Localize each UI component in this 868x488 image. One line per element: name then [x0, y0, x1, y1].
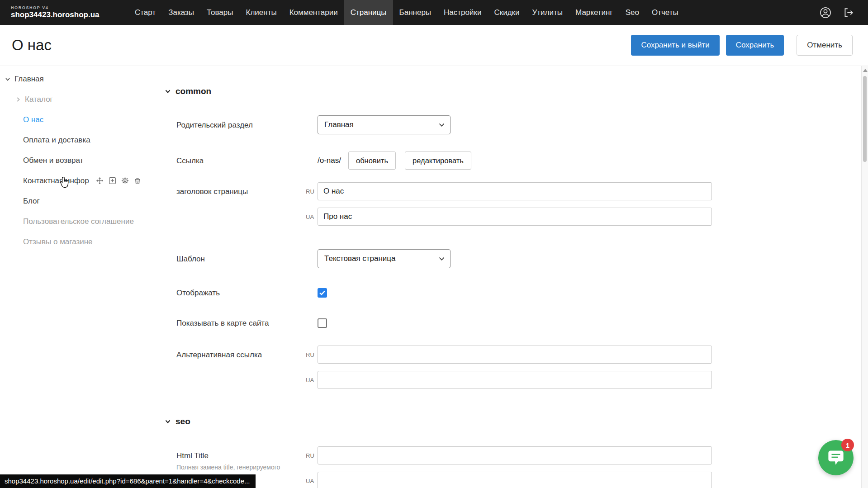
- menu-clients[interactable]: Клиенты: [240, 0, 283, 25]
- select-value: Главная: [324, 120, 354, 129]
- lang-tag-ru: RU: [302, 188, 318, 195]
- menu-orders[interactable]: Заказы: [162, 0, 200, 25]
- tree-item-label: Пользовательское соглашение: [23, 217, 134, 226]
- parent-section-select[interactable]: Главная: [318, 115, 451, 134]
- field-label-parent: Родительский раздел: [176, 120, 302, 130]
- logout-icon[interactable]: [843, 7, 854, 19]
- tree-item-label: О нас: [23, 115, 43, 124]
- tree-item-blog[interactable]: Блог: [0, 191, 159, 211]
- alt-link-ru-input[interactable]: [318, 346, 712, 364]
- chat-widget-button[interactable]: 1: [818, 440, 854, 475]
- tree-item-label: Главная: [14, 75, 44, 84]
- tree-item-label: Контактная инфор: [23, 176, 89, 185]
- vertical-scrollbar[interactable]: [861, 66, 868, 488]
- header-actions: Сохранить и выйти Сохранить Отменить: [631, 35, 868, 56]
- pages-tree: Главная Каталог О нас Оплата и доставка …: [0, 66, 159, 488]
- section-common[interactable]: common: [165, 86, 868, 96]
- settings-gear-icon[interactable]: [121, 176, 129, 185]
- page-edit-form: common Родительский раздел Главная Ссылк…: [159, 66, 868, 488]
- account-icon[interactable]: [819, 6, 832, 19]
- template-select[interactable]: Текстовая страница: [318, 249, 451, 268]
- link-value: /o-nas/: [318, 156, 341, 165]
- tree-item-store-reviews[interactable]: Отзывы о магазине: [0, 232, 159, 252]
- scrollbar-up-arrow[interactable]: [863, 69, 868, 72]
- tree-item-label: Каталог: [25, 95, 53, 104]
- alt-link-ua-input[interactable]: [318, 371, 712, 389]
- row-template: Шаблон Текстовая страница: [176, 249, 868, 268]
- tree-item-label: Отзывы о магазине: [23, 237, 93, 246]
- menu-comments[interactable]: Комментарии: [283, 0, 344, 25]
- chevron-down-icon[interactable]: [5, 76, 11, 82]
- menu-reports[interactable]: Отчеты: [645, 0, 685, 25]
- field-label-sitemap: Показывать в карте сайта: [176, 318, 302, 328]
- display-checkbox[interactable]: [318, 288, 327, 298]
- app-logo[interactable]: HOROSHOP V4 shop34423.horoshop.ua: [0, 0, 109, 25]
- menu-seo[interactable]: Seo: [619, 0, 645, 25]
- field-label-display: Отображать: [176, 288, 302, 298]
- field-label-template: Шаблон: [176, 254, 302, 264]
- lang-tag-ru: RU: [302, 452, 318, 459]
- html-title-ru-input[interactable]: [318, 446, 712, 464]
- tree-item-exchange-return[interactable]: Обмен и возврат: [0, 150, 159, 171]
- sitemap-checkbox[interactable]: [318, 318, 327, 328]
- tree-item-catalog[interactable]: Каталог: [0, 89, 159, 109]
- field-note-html-title: Полная замена title, генерируемого: [176, 464, 302, 471]
- html-title-ua-input[interactable]: [318, 472, 712, 488]
- main-menu: Старт Заказы Товары Клиенты Комментарии …: [128, 0, 685, 25]
- page-title-ua-input[interactable]: [318, 208, 712, 226]
- row-parent-section: Родительский раздел Главная: [176, 115, 868, 134]
- menu-banners[interactable]: Баннеры: [393, 0, 438, 25]
- chevron-down-icon: [165, 418, 171, 425]
- row-page-title: заголовок страницы RU UA: [176, 182, 868, 226]
- tree-item-user-agreement[interactable]: Пользовательское соглашение: [0, 211, 159, 232]
- page-title-ru-input[interactable]: [318, 182, 712, 200]
- lang-tag-ua: UA: [302, 478, 318, 484]
- menu-start[interactable]: Старт: [128, 0, 162, 25]
- select-value: Текстовая страница: [324, 254, 396, 263]
- field-label-link: Ссылка: [176, 156, 302, 166]
- section-common-label: common: [175, 86, 211, 96]
- tree-item-label: Оплата и доставка: [23, 136, 90, 145]
- lang-tag-ua: UA: [302, 213, 318, 220]
- add-page-icon[interactable]: [108, 176, 117, 185]
- menu-discounts[interactable]: Скидки: [488, 0, 526, 25]
- save-button[interactable]: Сохранить: [726, 35, 784, 56]
- menu-settings[interactable]: Настройки: [437, 0, 488, 25]
- tree-item-actions: [95, 176, 142, 185]
- field-label-alt-link: Альтернативная ссылка: [176, 346, 302, 360]
- row-alt-link: Альтернативная ссылка RU UA: [176, 346, 868, 389]
- topbar-right: [819, 0, 868, 25]
- tree-item-payment-delivery[interactable]: Оплата и доставка: [0, 130, 159, 150]
- row-link: Ссылка /o-nas/ обновить редактировать: [176, 152, 868, 170]
- chevron-down-icon: [165, 88, 171, 95]
- top-navbar: HOROSHOP V4 shop34423.horoshop.ua Старт …: [0, 0, 868, 25]
- section-seo-label: seo: [175, 417, 190, 426]
- delete-trash-icon[interactable]: [133, 176, 142, 185]
- link-refresh-button[interactable]: обновить: [348, 152, 396, 170]
- section-seo[interactable]: seo: [165, 416, 868, 426]
- move-icon[interactable]: [95, 176, 104, 185]
- tree-item-contact-info[interactable]: Контактная инфор: [0, 171, 159, 191]
- lang-tag-ua: UA: [302, 377, 318, 384]
- scrollbar-thumb[interactable]: [863, 76, 867, 162]
- chevron-right-icon[interactable]: [15, 96, 21, 103]
- tree-item-home[interactable]: Главная: [0, 69, 159, 89]
- cancel-button[interactable]: Отменить: [797, 35, 853, 56]
- menu-utilities[interactable]: Утилиты: [526, 0, 569, 25]
- logo-version: HOROSHOP V4: [11, 5, 109, 10]
- logo-shop-domain: shop34423.horoshop.ua: [11, 10, 109, 19]
- row-html-title: Html Title Полная замена title, генериру…: [176, 446, 868, 488]
- menu-pages[interactable]: Страницы: [344, 0, 393, 25]
- link-edit-button[interactable]: редактировать: [405, 152, 471, 170]
- chevron-down-icon: [439, 257, 445, 261]
- menu-marketing[interactable]: Маркетинг: [569, 0, 619, 25]
- field-label-page-title: заголовок страницы: [176, 182, 302, 196]
- tree-item-label: Обмен и возврат: [23, 156, 83, 165]
- lang-tag-ru: RU: [302, 351, 318, 358]
- statusbar-url-tooltip: shop34423.horoshop.ua/edit/edit.php?id=6…: [0, 474, 256, 488]
- page-title: О нас: [12, 37, 52, 54]
- menu-products[interactable]: Товары: [200, 0, 239, 25]
- tree-item-about[interactable]: О нас: [0, 109, 159, 130]
- save-and-exit-button[interactable]: Сохранить и выйти: [631, 35, 719, 56]
- row-display: Отображать: [176, 288, 868, 298]
